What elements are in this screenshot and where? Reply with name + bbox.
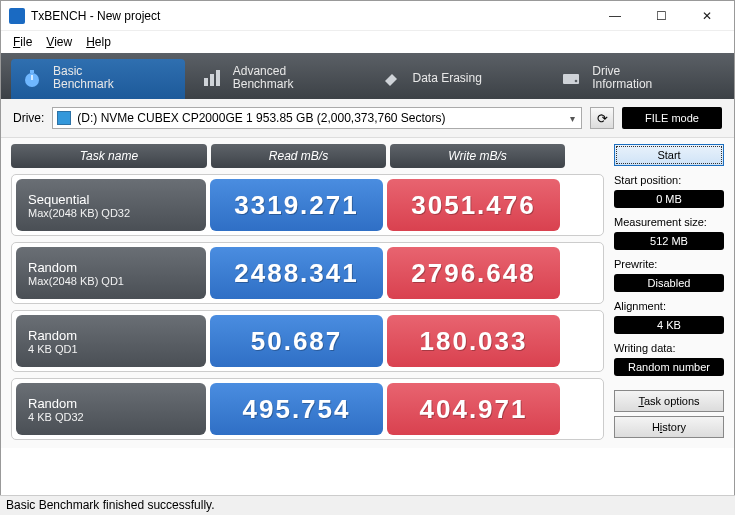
benchmark-panel: Task name Read mB/s Write mB/s Sequentia…: [11, 144, 604, 446]
chevron-down-icon: ▾: [568, 113, 577, 124]
status-bar: Basic Benchmark finished successfully.: [0, 495, 735, 515]
svg-rect-5: [216, 70, 220, 86]
task-name: Sequential: [28, 192, 194, 207]
tab-advanced-benchmark[interactable]: AdvancedBenchmark: [191, 59, 365, 99]
task-name: Random: [28, 328, 194, 343]
write-value: 180.033: [387, 315, 560, 367]
alignment-label: Alignment:: [614, 300, 724, 312]
write-value: 3051.476: [387, 179, 560, 231]
title-bar: TxBENCH - New project — ☐ ✕: [1, 1, 734, 31]
drive-label: Drive:: [13, 111, 44, 125]
tab-label: DriveInformation: [592, 65, 652, 91]
read-value: 495.754: [210, 383, 383, 435]
read-value: 2488.341: [210, 247, 383, 299]
write-value: 2796.648: [387, 247, 560, 299]
task-name-pill: RandomMax(2048 KB) QD1: [16, 247, 206, 299]
tab-label: AdvancedBenchmark: [233, 65, 294, 91]
svg-rect-4: [210, 74, 214, 86]
hdd-icon: [57, 111, 71, 125]
file-mode-button[interactable]: FILE mode: [622, 107, 722, 129]
alignment-value[interactable]: 4 KB: [614, 316, 724, 334]
task-name: Random: [28, 396, 194, 411]
tab-strip: BasicBenchmark AdvancedBenchmark Data Er…: [1, 53, 734, 99]
drive-icon: [560, 67, 582, 89]
drive-selected-text: (D:) NVMe CUBEX CP2000GE 1 953.85 GB (2,…: [77, 111, 568, 125]
tab-label: BasicBenchmark: [53, 65, 114, 91]
writing-data-label: Writing data:: [614, 342, 724, 354]
bars-icon: [201, 67, 223, 89]
column-header-task: Task name: [11, 144, 207, 168]
column-header-read: Read mB/s: [211, 144, 386, 168]
start-position-label: Start position:: [614, 174, 724, 186]
writing-data-value[interactable]: Random number: [614, 358, 724, 376]
write-value: 404.971: [387, 383, 560, 435]
benchmark-row: Random4 KB QD150.687180.033: [11, 310, 604, 372]
task-subtitle: 4 KB QD1: [28, 343, 194, 355]
prewrite-value[interactable]: Disabled: [614, 274, 724, 292]
task-subtitle: Max(2048 KB) QD1: [28, 275, 194, 287]
benchmark-row: SequentialMax(2048 KB) QD323319.2713051.…: [11, 174, 604, 236]
svg-rect-6: [563, 74, 579, 84]
task-name-pill: Random4 KB QD1: [16, 315, 206, 367]
svg-point-7: [575, 80, 578, 83]
refresh-icon: ⟳: [597, 111, 608, 126]
menu-help[interactable]: Help: [80, 33, 117, 51]
tab-basic-benchmark[interactable]: BasicBenchmark: [11, 59, 185, 99]
svg-rect-3: [204, 78, 208, 86]
task-subtitle: 4 KB QD32: [28, 411, 194, 423]
tab-drive-information[interactable]: DriveInformation: [550, 59, 724, 99]
task-subtitle: Max(2048 KB) QD32: [28, 207, 194, 219]
read-value: 3319.271: [210, 179, 383, 231]
stopwatch-icon: [21, 67, 43, 89]
measurement-size-value[interactable]: 512 MB: [614, 232, 724, 250]
benchmark-row: Random4 KB QD32495.754404.971: [11, 378, 604, 440]
maximize-button[interactable]: ☐: [638, 1, 684, 31]
task-name: Random: [28, 260, 194, 275]
reload-button[interactable]: ⟳: [590, 107, 614, 129]
drive-toolbar: Drive: (D:) NVMe CUBEX CP2000GE 1 953.85…: [1, 99, 734, 138]
close-button[interactable]: ✕: [684, 1, 730, 31]
start-button[interactable]: Start: [614, 144, 724, 166]
minimize-button[interactable]: —: [592, 1, 638, 31]
read-value: 50.687: [210, 315, 383, 367]
column-header-write: Write mB/s: [390, 144, 565, 168]
prewrite-label: Prewrite:: [614, 258, 724, 270]
menu-file[interactable]: File: [7, 33, 38, 51]
history-button[interactable]: History: [614, 416, 724, 438]
tab-label: Data Erasing: [413, 72, 482, 85]
menu-view[interactable]: View: [40, 33, 78, 51]
start-position-value[interactable]: 0 MB: [614, 190, 724, 208]
svg-rect-1: [30, 70, 34, 73]
menu-bar: File View Help: [1, 31, 734, 53]
drive-select[interactable]: (D:) NVMe CUBEX CP2000GE 1 953.85 GB (2,…: [52, 107, 582, 129]
task-name-pill: Random4 KB QD32: [16, 383, 206, 435]
window-title: TxBENCH - New project: [31, 9, 592, 23]
side-panel: Start Start position: 0 MB Measurement s…: [614, 144, 724, 446]
task-name-pill: SequentialMax(2048 KB) QD32: [16, 179, 206, 231]
measurement-size-label: Measurement size:: [614, 216, 724, 228]
app-icon: [9, 8, 25, 24]
erase-icon: [381, 67, 403, 89]
tab-data-erasing[interactable]: Data Erasing: [371, 59, 545, 99]
task-options-button[interactable]: Task options: [614, 390, 724, 412]
benchmark-row: RandomMax(2048 KB) QD12488.3412796.648: [11, 242, 604, 304]
